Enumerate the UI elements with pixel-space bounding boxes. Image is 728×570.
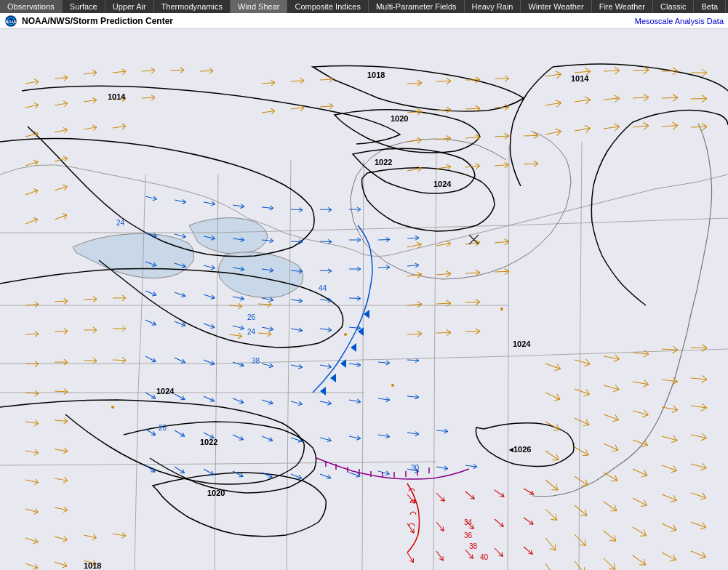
nav-item-heavy-rain[interactable]: Heavy Rain [465,0,521,13]
svg-line-318 [524,135,538,136]
svg-point-836 [344,333,347,336]
mesoscale-link[interactable]: Mesoscale Analysis Data [635,17,724,25]
noaa-logo-icon: NOAA [4,15,17,28]
svg-text:1022: 1022 [375,158,392,166]
svg-point-834 [500,308,503,310]
svg-line-534 [378,239,390,240]
nav-item-beta[interactable]: Beta [694,0,726,13]
weather-map: 1014 1018 1014 1020 1022 1024 1024 1024 … [0,29,728,570]
svg-line-372 [436,332,451,333]
svg-text:NOAA: NOAA [6,20,17,24]
nav-item-observations[interactable]: Observations [0,0,63,13]
nav-item-fire-weather[interactable]: Fire Weather [592,0,653,13]
svg-line-303 [495,107,509,108]
nav-item-surface[interactable]: Surface [63,0,105,13]
nav-item-classic[interactable]: Classic [653,0,694,13]
header-left: NOAA NOAA/NWS/Storm Prediction Center [4,15,173,28]
map-container: 1014 1018 1014 1020 1022 1024 1024 1024 … [0,29,728,570]
nav-item-winter-weather[interactable]: Winter Weather [521,0,591,13]
svg-line-189 [25,364,39,364]
svg-point-835 [391,384,394,387]
svg-text:34: 34 [464,518,473,526]
nav-item-composite-indices[interactable]: Composite Indices [287,0,369,13]
svg-line-504 [320,209,332,210]
svg-text:1014: 1014 [571,74,589,83]
svg-line-528 [320,241,332,242]
svg-text:36: 36 [464,531,473,539]
svg-text:1020: 1020 [207,489,225,497]
svg-text:30: 30 [411,464,420,472]
svg-line-357 [495,271,509,272]
svg-text:38: 38 [252,357,260,365]
svg-line-564 [378,267,390,268]
svg-line-198 [113,360,126,361]
nav-item-multi-parameter-fields[interactable]: Multi-Parameter Fields [369,0,465,13]
nav-item-thermodynamics[interactable]: Thermodynamics [154,0,231,13]
svg-text:28: 28 [159,424,167,432]
svg-text:1022: 1022 [200,438,217,446]
svg-text:1024: 1024 [156,387,175,396]
svg-text:◂1026: ◂1026 [508,445,531,454]
page-title: NOAA/NWS/Storm Prediction Center [22,16,173,26]
nav-item-upper-air[interactable]: Upper Air [105,0,154,13]
svg-text:38: 38 [469,542,478,550]
svg-text:1014: 1014 [108,92,126,101]
navigation-bar: ObservationsSurfaceUpper AirThermodynami… [0,0,728,13]
svg-line-180 [55,331,68,332]
svg-text:1018: 1018 [367,71,385,79]
nav-item-wind-shear[interactable]: Wind Shear [231,0,287,13]
svg-text:1020: 1020 [391,114,408,123]
svg-line-171 [84,299,97,300]
svg-point-833 [111,406,114,409]
svg-line-366 [465,302,480,302]
svg-text:44: 44 [319,284,327,292]
svg-text:24: 24 [247,328,256,336]
svg-line-285 [436,81,451,81]
svg-text:1024: 1024 [433,180,452,188]
svg-text:40: 40 [480,553,489,561]
svg-text:1018: 1018 [84,561,101,570]
svg-text:1024: 1024 [513,340,531,348]
svg-line-27 [200,71,213,71]
svg-line-591 [349,298,361,299]
header-bar: NOAA NOAA/NWS/Storm Prediction Center Me… [0,13,728,29]
svg-text:26: 26 [247,313,256,321]
svg-text:24: 24 [116,219,125,227]
